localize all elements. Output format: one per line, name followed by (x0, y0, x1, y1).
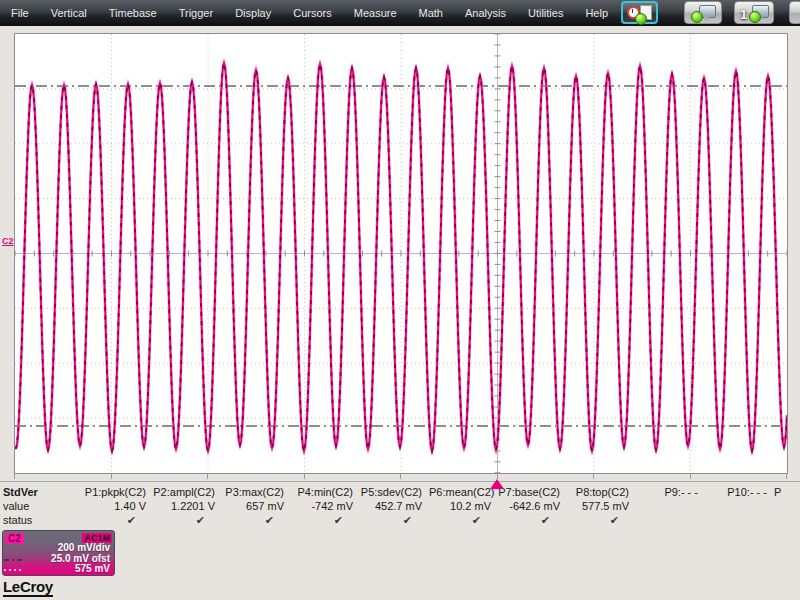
param-label[interactable]: P10:- - - (705, 485, 767, 499)
grid-tick-mark (690, 473, 691, 479)
graticule-and-trace (15, 34, 787, 473)
measurement-column: P9:- - - (636, 482, 705, 529)
param-value: 1.2201 V (153, 499, 215, 513)
param-label[interactable]: P9:- - - (636, 485, 698, 499)
param-status-check: ✔ (222, 513, 284, 527)
top-level-marker-icon (4, 559, 24, 561)
param-label[interactable]: P1:pkpk(C2) (84, 485, 146, 499)
menu-item-vertical[interactable]: Vertical (40, 0, 98, 26)
channel-badge: C2 (5, 533, 24, 544)
measurement-column: P3:max(C2)657 mV✔ (222, 482, 291, 529)
button-number-label: 1 (740, 7, 747, 22)
param-label[interactable]: P5:sdev(C2) (360, 485, 422, 499)
menu-item-cursors[interactable]: Cursors (282, 0, 343, 26)
measurement-column: P4:min(C2)-742 mV✔ (291, 482, 360, 529)
measurement-column: P1:pkpk(C2)1.40 V✔ (84, 482, 153, 529)
param-label[interactable]: P6:mean(C2) (429, 485, 491, 499)
param-status-check: ✔ (360, 513, 422, 527)
trigger-position-marker[interactable] (490, 479, 504, 489)
measurement-column: P10:- - - (705, 482, 774, 529)
grid-tick-mark (304, 473, 305, 479)
grid-tick-mark (207, 473, 208, 479)
channel-settings-text: 200 mV/div 25.0 mV ofst 575 mV -625 mV (51, 543, 110, 576)
measurement-table: StdVer value status P1:pkpk(C2)1.40 V✔P2… (0, 481, 800, 529)
grid-tick-mark (786, 473, 787, 479)
menu-item-file[interactable]: File (0, 0, 40, 26)
display-button[interactable] (684, 1, 722, 24)
lecroy-logo: LeCroy (3, 578, 53, 597)
param-value: -742 mV (291, 499, 353, 513)
display-1-button[interactable]: 1 (734, 1, 774, 24)
param-label[interactable]: P8:top(C2) (567, 485, 629, 499)
param-label[interactable]: P2:ampl(C2) (153, 485, 215, 499)
param-value: 657 mV (222, 499, 284, 513)
menu-item-trigger[interactable]: Trigger (168, 0, 224, 26)
param-status-check: ✔ (567, 513, 629, 527)
menu-item-display[interactable]: Display (224, 0, 282, 26)
waveform-display (14, 33, 788, 474)
param-value: 577.5 mV (567, 499, 629, 513)
param-value: -642.6 mV (498, 499, 560, 513)
timebase-tick-strip (0, 473, 800, 480)
param-status-check: ✔ (153, 513, 215, 527)
param-label[interactable]: P4:min(C2) (291, 485, 353, 499)
param-status-check: ✔ (84, 513, 146, 527)
oscilloscope-app: File Vertical Timebase Trigger Display C… (0, 0, 800, 600)
base-level-marker-icon (4, 569, 24, 571)
measurement-columns: P1:pkpk(C2)1.40 V✔P2:ampl(C2)1.2201 V✔P3… (84, 482, 774, 529)
menu-item-analysis[interactable]: Analysis (454, 0, 517, 26)
measurement-column: P8:top(C2)577.5 mV✔ (567, 482, 636, 529)
value-row-label: value (3, 499, 84, 513)
measurement-column: P5:sdev(C2)452.7 mV✔ (360, 482, 429, 529)
param-value: 10.2 mV (429, 499, 491, 513)
measure-set-label: StdVer (3, 485, 84, 499)
menu-item-math[interactable]: Math (408, 0, 454, 26)
measurement-column: P6:mean(C2)10.2 mV✔ (429, 482, 498, 529)
grid-tick-mark (400, 473, 401, 479)
param-overflow-label: P (774, 482, 800, 529)
menubar: File Vertical Timebase Trigger Display C… (0, 0, 800, 26)
param-status-check: ✔ (429, 513, 491, 527)
status-row-label: status (3, 513, 84, 527)
green-status-orb-icon (749, 11, 761, 23)
green-status-orb-icon (635, 13, 647, 25)
scheduled-capture-button[interactable] (621, 1, 658, 24)
top-level-value: 575 mV (51, 564, 110, 575)
green-status-orb-icon (691, 11, 703, 23)
grid-tick-mark (593, 473, 594, 479)
param-label[interactable]: P3:max(C2) (222, 485, 284, 499)
grid-tick-mark (111, 473, 112, 479)
grid-tick-mark (14, 473, 15, 479)
measurement-column: P7:base(C2)-642.6 mV✔ (498, 482, 567, 529)
measurement-row-labels: StdVer value status (0, 482, 84, 529)
param-value: 452.7 mV (360, 499, 422, 513)
menu-item-measure[interactable]: Measure (343, 0, 408, 26)
channel-trace-label[interactable]: C2 (2, 236, 14, 246)
param-status-check: ✔ (498, 513, 560, 527)
menu-item-utilities[interactable]: Utilities (517, 0, 574, 26)
volts-per-div: 200 mV/div (51, 543, 110, 554)
menu-item-help[interactable]: Help (574, 0, 619, 26)
param-status-check: ✔ (291, 513, 353, 527)
param-label[interactable]: P7:base(C2) (498, 485, 560, 499)
param-value: 1.40 V (84, 499, 146, 513)
measurement-column: P2:ampl(C2)1.2201 V✔ (153, 482, 222, 529)
menu-item-timebase[interactable]: Timebase (98, 0, 168, 26)
base-level-value: -625 mV (51, 575, 110, 577)
partial-button[interactable] (789, 1, 800, 24)
